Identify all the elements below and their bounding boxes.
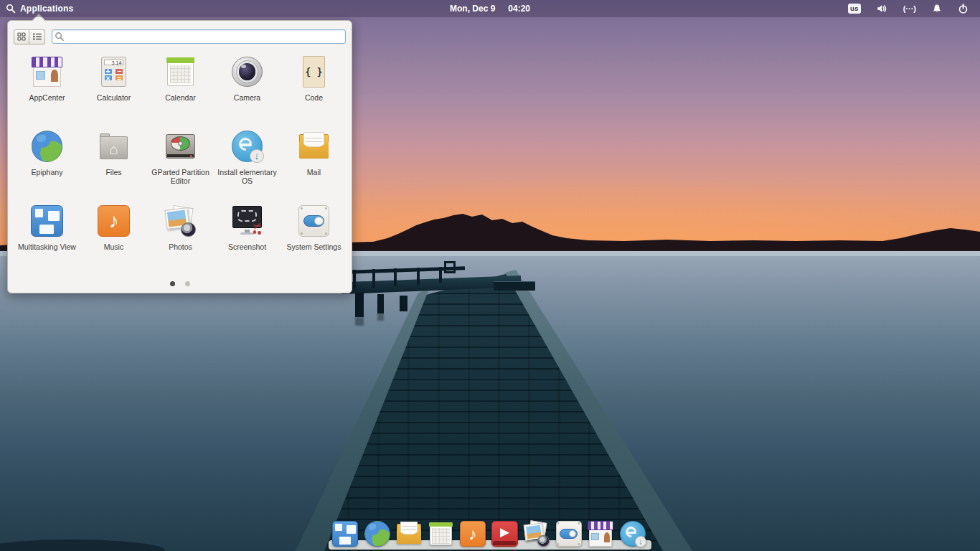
app-label: Camera bbox=[215, 93, 281, 102]
gparted-icon bbox=[164, 129, 198, 164]
calendar-icon bbox=[164, 55, 198, 89]
app-label: Files bbox=[81, 168, 147, 176]
app-system-settings[interactable]: System Settings bbox=[281, 200, 347, 275]
app-label: Install elementary OS bbox=[215, 168, 281, 186]
grid-view-button[interactable] bbox=[14, 29, 29, 44]
pager-dot-2[interactable] bbox=[185, 281, 190, 286]
app-label: Calculator bbox=[81, 93, 147, 102]
app-label: GParted Partition Editor bbox=[148, 168, 214, 186]
notifications-icon[interactable] bbox=[932, 4, 942, 14]
app-gparted[interactable]: GParted Partition Editor bbox=[147, 126, 214, 200]
app-label: Photos bbox=[148, 242, 214, 251]
panel-indicators: us (···) bbox=[848, 0, 980, 17]
launcher-header bbox=[8, 29, 352, 44]
dock-items: ♪ ▶ ↓ bbox=[331, 519, 647, 548]
epiphany-icon bbox=[30, 129, 65, 164]
app-epiphany[interactable]: Epiphany bbox=[14, 126, 80, 200]
dock-photos[interactable] bbox=[522, 519, 551, 548]
app-files[interactable]: ⌂ Files bbox=[80, 126, 147, 200]
search-icon bbox=[55, 32, 65, 42]
dock-videos[interactable]: ▶ bbox=[491, 519, 519, 548]
power-icon[interactable] bbox=[958, 4, 969, 14]
app-label: Music bbox=[81, 242, 147, 251]
app-multitasking-view[interactable]: Multitasking View bbox=[14, 200, 80, 275]
multitasking-view-icon bbox=[30, 204, 65, 238]
app-label: Multitasking View bbox=[14, 242, 80, 251]
dock: ♪ ▶ ↓ bbox=[329, 515, 651, 551]
app-label: System Settings bbox=[281, 242, 347, 251]
wallpaper-rocks bbox=[0, 540, 165, 551]
keyboard-layout-indicator[interactable]: us bbox=[848, 4, 861, 14]
app-install-elementary[interactable]: ↓ Install elementary OS bbox=[214, 126, 281, 200]
install-elementary-icon: ↓ bbox=[230, 129, 265, 164]
top-panel: Applications Mon, Dec 9 04:20 us (···) bbox=[0, 0, 980, 17]
clock-time: 04:20 bbox=[508, 4, 530, 14]
dock-mail[interactable] bbox=[395, 519, 423, 548]
dock-appcenter[interactable] bbox=[586, 519, 615, 548]
dock-calendar[interactable] bbox=[427, 519, 456, 548]
screenshot-icon: ✂ bbox=[230, 204, 265, 238]
grid-view-icon bbox=[17, 32, 26, 41]
files-icon: ⌂ bbox=[97, 129, 131, 164]
list-view-icon bbox=[32, 32, 42, 41]
dock-system-settings[interactable] bbox=[555, 519, 583, 548]
app-calendar[interactable]: Calendar bbox=[147, 51, 214, 126]
code-icon: { } bbox=[297, 55, 331, 89]
app-screenshot[interactable]: ✂ Screenshot bbox=[214, 200, 281, 275]
app-appcenter[interactable]: AppCenter bbox=[14, 51, 80, 126]
app-calculator[interactable]: 3.14 + − × = Calculator bbox=[80, 51, 147, 126]
app-mail[interactable]: Mail bbox=[281, 126, 347, 200]
applications-launcher: AppCenter 3.14 + − × = Calculator Calend… bbox=[7, 20, 352, 293]
pager-dot-1[interactable] bbox=[170, 281, 175, 286]
view-toggle bbox=[14, 29, 45, 44]
app-photos[interactable]: Photos bbox=[147, 200, 214, 275]
applications-menu-button[interactable]: Applications bbox=[0, 0, 73, 17]
clock[interactable]: Mon, Dec 9 04:20 bbox=[0, 0, 980, 17]
wallpaper-water[interactable] bbox=[0, 251, 980, 551]
photos-icon bbox=[164, 204, 198, 238]
desktop: Applications Mon, Dec 9 04:20 us (···) bbox=[0, 0, 980, 551]
calculator-icon: 3.14 + − × = bbox=[97, 55, 131, 89]
app-music[interactable]: ♪ Music bbox=[80, 200, 147, 275]
app-label: Epiphany bbox=[14, 168, 80, 176]
app-grid: AppCenter 3.14 + − × = Calculator Calend… bbox=[14, 51, 347, 275]
appcenter-icon bbox=[30, 55, 65, 89]
app-camera[interactable]: Camera bbox=[214, 51, 281, 126]
search-icon bbox=[6, 4, 16, 14]
app-label: Calendar bbox=[148, 93, 214, 102]
list-view-button[interactable] bbox=[29, 29, 45, 44]
music-icon: ♪ bbox=[97, 204, 131, 238]
dock-music[interactable]: ♪ bbox=[458, 519, 487, 548]
system-settings-icon bbox=[297, 204, 331, 238]
camera-icon bbox=[230, 55, 265, 89]
app-label: AppCenter bbox=[14, 93, 80, 102]
app-label: Screenshot bbox=[215, 242, 281, 251]
search-field-wrap bbox=[52, 29, 346, 44]
launcher-pager bbox=[8, 281, 352, 286]
app-search-input[interactable] bbox=[52, 29, 346, 44]
app-label: Mail bbox=[281, 168, 347, 176]
network-icon[interactable]: (···) bbox=[903, 5, 916, 13]
dock-multitasking-view[interactable] bbox=[331, 519, 359, 548]
dock-install-elementary[interactable]: ↓ bbox=[618, 519, 647, 548]
clock-date: Mon, Dec 9 bbox=[450, 4, 495, 14]
app-label: Code bbox=[281, 93, 347, 102]
mail-icon bbox=[297, 129, 331, 164]
app-code[interactable]: { } Code bbox=[281, 51, 347, 126]
dock-epiphany[interactable] bbox=[363, 519, 392, 548]
volume-icon[interactable] bbox=[877, 4, 887, 14]
applications-menu-label: Applications bbox=[20, 4, 73, 14]
